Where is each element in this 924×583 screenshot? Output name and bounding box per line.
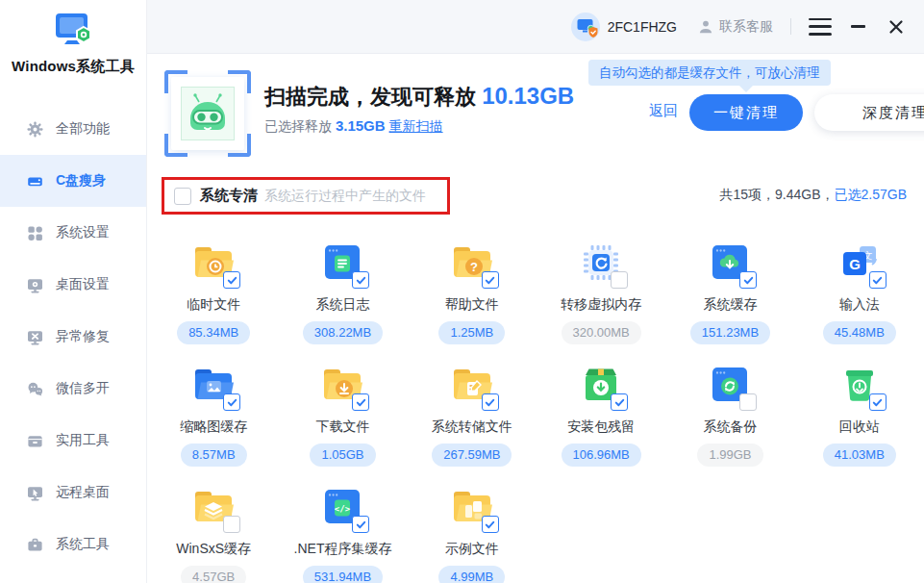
item-size-badge: 85.34MB: [177, 321, 250, 344]
cleanup-item[interactable]: </>.NET程序集缓存531.94MB: [294, 484, 392, 583]
summary-selected: 已选2.57GB: [835, 187, 907, 202]
cleanup-item[interactable]: 示例文件4.99MB: [438, 484, 505, 583]
item-checkbox-checked[interactable]: [352, 516, 369, 533]
translate-icon: 文G: [837, 240, 883, 286]
sidebar-item-系统设置[interactable]: 系统设置: [0, 207, 146, 259]
window-backup-icon: [707, 362, 753, 408]
cleanup-item[interactable]: 系统备份1.99GB: [697, 362, 762, 467]
folder-layers-icon: [190, 484, 237, 530]
item-checkbox-checked[interactable]: [739, 271, 757, 289]
monitor-gear-icon: [27, 277, 43, 293]
item-name: 示例文件: [445, 541, 499, 558]
item-checkbox-checked[interactable]: [611, 393, 628, 411]
sidebar-item-微信多开[interactable]: 微信多开: [0, 363, 146, 415]
scan-freeable-value: 10.13GB: [482, 83, 574, 109]
item-checkbox-checked[interactable]: [352, 271, 369, 289]
cleanup-item[interactable]: 临时文件85.34MB: [177, 240, 250, 344]
contact-support-button[interactable]: 联系客服: [698, 18, 773, 36]
sidebar-item-label: 异常修复: [56, 328, 110, 345]
sidebar-item-label: 微信多开: [56, 380, 110, 397]
item-checkbox-unchecked[interactable]: [611, 271, 628, 289]
cleanup-item[interactable]: 文G输入法45.48MB: [823, 240, 896, 344]
scan-selected-value: 3.15GB: [336, 117, 386, 134]
system-clean-checkbox[interactable]: [174, 188, 191, 205]
sidebar-nav: 全部功能C盘瘦身系统设置桌面设置异常修复微信多开实用工具远程桌面系统工具: [0, 103, 146, 570]
item-name: 转移虚拟内存: [561, 296, 641, 314]
cleanup-items-grid: 临时文件85.34MB系统日志308.22MB?帮助文件1.25MB转移虚拟内存…: [149, 240, 924, 583]
item-name: 系统转储文件: [432, 418, 512, 436]
sidebar-item-label: 实用工具: [56, 432, 110, 449]
item-size-badge: 4.99MB: [438, 566, 505, 583]
item-checkbox-unchecked[interactable]: [739, 393, 757, 411]
deep-clean-button[interactable]: 深度清理: [814, 94, 924, 131]
auto-select-tooltip: 自动勾选的都是缓存文件，可放心清理: [588, 60, 831, 86]
cleanup-item[interactable]: WinSxS缓存4.57GB: [176, 484, 251, 583]
sidebar-item-全部功能[interactable]: 全部功能: [0, 103, 146, 155]
cleanup-item[interactable]: 系统转储文件267.59MB: [432, 362, 512, 467]
sidebar: Windows系统工具 全部功能C盘瘦身系统设置桌面设置异常修复微信多开实用工具…: [0, 0, 147, 583]
cleanup-item[interactable]: 缩略图缓存8.57MB: [180, 362, 247, 467]
back-link[interactable]: 返回: [649, 102, 678, 120]
drive-icon: [27, 173, 43, 190]
cleanup-item[interactable]: 安装包残留106.96MB: [562, 362, 641, 467]
app-grid-icon: [27, 225, 43, 241]
gear-icon: [27, 121, 43, 138]
item-checkbox-checked[interactable]: [869, 271, 887, 289]
device-badge[interactable]: 2FC1FHZG: [571, 13, 677, 41]
cleanup-item[interactable]: 系统日志308.22MB: [303, 240, 383, 344]
device-monitor-shield-icon: [571, 13, 600, 41]
folder-question-icon: ?: [449, 240, 495, 286]
item-size-badge: 308.22MB: [303, 321, 383, 344]
minimize-button[interactable]: [845, 14, 870, 39]
sidebar-item-桌面设置[interactable]: 桌面设置: [0, 259, 146, 311]
item-size-badge: 41.03MB: [823, 444, 896, 467]
item-checkbox-checked[interactable]: [223, 393, 240, 411]
sidebar-item-label: 系统设置: [56, 224, 110, 241]
sidebar-item-系统工具[interactable]: 系统工具: [0, 519, 146, 570]
package-icon: [578, 362, 624, 408]
cleanup-item[interactable]: 回收站41.03MB: [823, 362, 896, 467]
item-checkbox-unchecked[interactable]: [223, 516, 240, 533]
window-log-icon: [319, 240, 365, 286]
item-checkbox-checked[interactable]: [869, 393, 887, 411]
item-checkbox-checked[interactable]: [482, 271, 499, 289]
briefcase-icon: [27, 537, 43, 553]
titlebar-divider: [790, 18, 791, 35]
sidebar-item-C盘瘦身[interactable]: C盘瘦身: [0, 155, 146, 207]
logo-block: Windows系统工具: [0, 0, 146, 76]
folder-clock-icon: [190, 240, 237, 286]
close-button[interactable]: [884, 14, 909, 39]
item-size-badge: 531.94MB: [303, 566, 383, 583]
item-name: 临时文件: [187, 296, 240, 314]
system-clean-desc: 系统运行过程中产生的文件: [264, 188, 426, 205]
cleanup-item[interactable]: 下载文件1.05GB: [310, 362, 375, 467]
cleanup-item[interactable]: 系统缓存151.23MB: [690, 240, 770, 344]
app-title: Windows系统工具: [0, 58, 146, 76]
rescan-link[interactable]: 重新扫描: [389, 118, 443, 134]
menu-icon[interactable]: [809, 16, 832, 38]
item-checkbox-checked[interactable]: [482, 516, 499, 533]
sidebar-item-远程桌面[interactable]: 远程桌面: [0, 467, 146, 519]
item-name: 缩略图缓存: [180, 418, 247, 436]
item-name: 系统缓存: [703, 296, 757, 314]
toolbox-icon: [27, 433, 43, 449]
folder-download-icon: [319, 362, 365, 408]
sidebar-item-label: 系统工具: [56, 536, 110, 553]
item-checkbox-checked[interactable]: [482, 393, 499, 411]
item-name: 帮助文件: [445, 296, 499, 314]
cleanup-item[interactable]: 转移虚拟内存320.00MB: [561, 240, 641, 344]
sidebar-item-实用工具[interactable]: 实用工具: [0, 415, 146, 467]
item-checkbox-checked[interactable]: [352, 393, 369, 411]
item-name: 回收站: [839, 418, 880, 436]
item-size-badge: 106.96MB: [562, 444, 641, 467]
remote-desktop-icon: [27, 485, 43, 501]
cleanup-item[interactable]: ?帮助文件1.25MB: [438, 240, 505, 344]
item-size-badge: 45.48MB: [823, 321, 896, 344]
svg-text:G: G: [849, 256, 861, 272]
one-click-clean-button[interactable]: 一键清理: [689, 94, 803, 131]
scan-status-title: 扫描完成，发现可释放 10.13GB: [264, 83, 574, 112]
item-size-badge: 320.00MB: [562, 321, 641, 344]
annotation-highlight-box: 系统专清 系统运行过程中产生的文件: [162, 177, 450, 215]
sidebar-item-异常修复[interactable]: 异常修复: [0, 311, 146, 363]
item-checkbox-checked[interactable]: [223, 271, 240, 289]
